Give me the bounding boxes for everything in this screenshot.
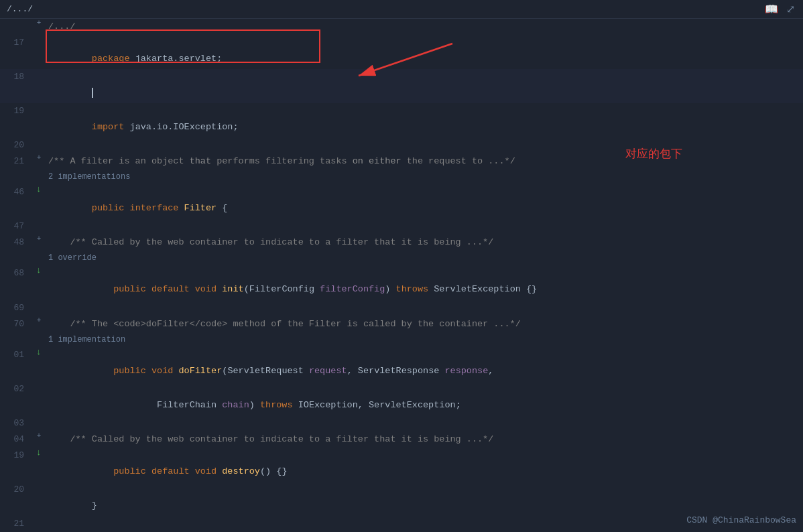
code-line-18: 18	[0, 69, 803, 103]
kw-response-param: response	[444, 366, 488, 376]
cursor	[92, 88, 93, 98]
kw-public-19b: public	[92, 466, 151, 476]
kw-semicolon-17: ;	[217, 54, 222, 64]
kw-servletresponse: ServletResponse	[358, 366, 445, 376]
impl-line-override: 1 override	[0, 251, 803, 265]
impl-text-1impl: 1 implementation	[48, 332, 125, 347]
book-icon[interactable]: 📖	[765, 3, 778, 16]
line-content-03	[46, 415, 803, 431]
code-area: + /.../ 17 package jakarta.servlet; 18 1…	[0, 19, 803, 532]
line-num-47: 47	[0, 218, 32, 235]
kw-throws-02: throws	[260, 400, 298, 410]
kw-default-68: default	[151, 284, 195, 294]
line-num-68: 68	[0, 265, 32, 281]
line-content-04: /** Called by the web container to indic…	[46, 431, 803, 448]
kw-request-param: request	[309, 366, 347, 376]
kw-servletrequest: ServletRequest	[227, 366, 309, 376]
kw-dofilter: doFilter	[178, 366, 222, 376]
line-content-70: /** The <code>doFilter</code> method of …	[46, 316, 803, 332]
fold-icon[interactable]: +	[37, 19, 42, 27]
code-line-03: 03	[0, 415, 803, 431]
line-content-47	[46, 218, 803, 235]
kw-import: import	[92, 122, 130, 132]
breadcrumb-text: /.../	[7, 4, 33, 14]
kw-body-19b: () {}	[260, 466, 288, 476]
line-num-46: 46	[0, 184, 32, 200]
line-num-02: 02	[0, 381, 32, 397]
kw-semicolon-19: ;	[233, 122, 238, 132]
line-num-70: 70	[0, 316, 32, 332]
down-arrow-46: ↓	[36, 184, 42, 194]
code-line-20: 20	[0, 137, 803, 153]
kw-closing-brace: }	[92, 501, 97, 511]
code-line-04: 04 + /** Called by the web container to …	[0, 431, 803, 448]
kw-filterconfig-param: filterConfig	[320, 284, 385, 294]
kw-destroy: destroy	[222, 466, 260, 476]
kw-void-19b: void	[195, 466, 223, 476]
kw-void-01: void	[151, 366, 179, 376]
code-line-68: 68 ↓ public default void init(FilterConf…	[0, 265, 803, 300]
code-line-02: 02 FilterChain chain) throws IOException…	[0, 381, 803, 415]
line-gutter-70[interactable]: +	[32, 316, 46, 324]
code-line-19: 19 import java.io.IOException;	[0, 103, 803, 137]
code-line-21b: 21	[0, 516, 803, 532]
kw-init: init	[222, 284, 243, 294]
kw-import-name: java.io.IOException	[130, 122, 233, 132]
line-num-21b: 21	[0, 516, 32, 532]
line-gutter-48[interactable]: +	[32, 235, 46, 243]
kw-brace-46: {	[222, 203, 227, 213]
line-num-03: 03	[0, 415, 32, 431]
line-num-20: 20	[0, 137, 32, 153]
line-content-fold: /.../	[46, 19, 803, 35]
line-num-69: 69	[0, 300, 32, 316]
line-num-48: 48	[0, 235, 32, 251]
line-gutter-04[interactable]: +	[32, 431, 46, 440]
fold-icon-48[interactable]: +	[37, 235, 42, 243]
line-gutter-21[interactable]: +	[32, 153, 46, 161]
line-gutter-46: ↓	[32, 184, 46, 194]
expand-icon[interactable]: ⤢	[786, 3, 795, 16]
fold-icon-70[interactable]: +	[37, 316, 42, 324]
kw-body-68: {}	[526, 284, 537, 294]
code-line-fold: + /.../	[0, 19, 803, 35]
kw-public-68: public	[92, 284, 151, 294]
impl-line-2: 2 implementations	[0, 170, 803, 184]
code-line-46: 46 ↓ public interface Filter {	[0, 184, 803, 218]
line-gutter-01: ↓	[32, 347, 46, 357]
line-num-21: 21	[0, 153, 32, 170]
kw-void-68: void	[195, 284, 223, 294]
editor-container: /.../ 📖 ⤢ 对应的包下 +	[0, 0, 803, 532]
kw-public-01: public	[92, 366, 151, 376]
kw-default-19b: default	[151, 466, 195, 476]
kw-rparen-68: )	[385, 284, 395, 294]
code-line-70: 70 + /** The <code>doFilter</code> metho…	[0, 316, 803, 332]
code-line-19b: 19 ↓ public default void destroy() {}	[0, 448, 803, 482]
kw-comma-01: ,	[347, 366, 358, 376]
fold-icon-04[interactable]: +	[37, 431, 42, 440]
line-gutter-68: ↓	[32, 265, 46, 275]
code-line-69: 69	[0, 300, 803, 316]
kw-package-name: jakarta.servlet	[135, 54, 217, 64]
down-arrow-01: ↓	[36, 347, 42, 357]
line-gutter-fold[interactable]: +	[32, 19, 46, 27]
impl-line-1impl: 1 implementation	[0, 332, 803, 347]
kw-filter: Filter	[184, 203, 223, 213]
line-content-48: /** Called by the web container to indic…	[46, 235, 803, 251]
kw-rparen-02: )	[249, 400, 260, 410]
line-num-19b: 19	[0, 448, 32, 464]
line-content-69	[46, 300, 803, 316]
code-line-01: 01 ↓ public void doFilter(ServletRequest…	[0, 347, 803, 381]
line-gutter-19b: ↓	[32, 448, 46, 458]
code-line-47: 47	[0, 218, 803, 235]
kw-public-46: public	[92, 203, 130, 213]
kw-package: package	[92, 54, 135, 64]
kw-throws-68: throws	[396, 284, 434, 294]
kw-filterchain: FilterChain	[92, 400, 222, 410]
line-content-20	[46, 137, 803, 153]
impl-text-2: 2 implementations	[48, 170, 130, 184]
top-right-icons: 📖 ⤢	[765, 3, 795, 16]
down-arrow-19b: ↓	[36, 448, 42, 458]
kw-filterconfig: FilterConfig	[249, 284, 320, 294]
code-line-48: 48 + /** Called by the web container to …	[0, 235, 803, 251]
fold-icon-21[interactable]: +	[37, 153, 42, 161]
